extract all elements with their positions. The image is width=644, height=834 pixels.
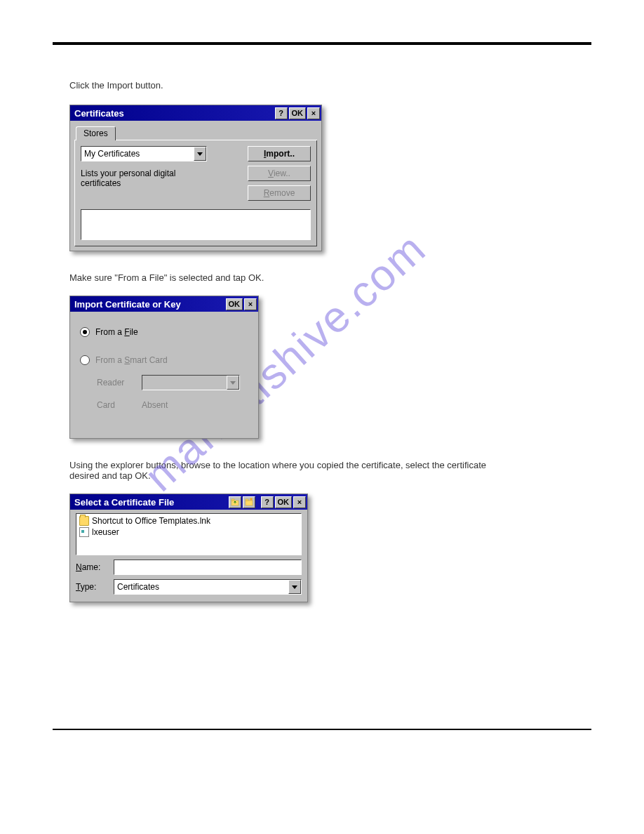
svg-rect-1 [232,499,234,501]
svg-rect-2 [246,501,253,505]
view-button[interactable]: View.. [248,166,311,181]
card-value: Absent [142,400,168,410]
type-row: Type: Certificates [76,579,302,595]
footer-rule [53,729,591,730]
close-button[interactable]: × [307,107,320,119]
folder-shortcut-icon [79,516,89,526]
radio-label: From a File [95,327,138,337]
ok-button[interactable]: OK [275,496,293,508]
name-input[interactable] [114,560,302,575]
titlebar[interactable]: Select a Certificate File ? OK × [70,494,307,510]
radio-from-file[interactable]: From a File [80,327,248,337]
close-button[interactable]: × [244,298,257,310]
card-label: Card [97,400,129,410]
name-row: Name: [76,560,302,575]
file-list[interactable]: Shortcut to Office Templates.lnk lxeuser [76,513,302,555]
tab-panel: My Certificates Lists your personal digi… [74,140,317,246]
radio-icon[interactable] [80,327,90,337]
file-icon [79,527,89,537]
instruction-3: Using the explorer buttons, browse to th… [69,460,518,481]
combo-selected: My Certificates [81,149,194,159]
remove-button[interactable]: Remove [248,185,311,201]
list-item[interactable]: Shortcut to Office Templates.lnk [79,515,298,527]
store-description: Lists your personal digital certificates [81,168,200,188]
import-dialog: Import Certificate or Key OK × From a Fi… [69,296,259,439]
radio-label: From a Smart Card [95,355,168,365]
folder-up-icon[interactable] [229,496,241,508]
header-rule [53,42,591,45]
radio-icon[interactable] [80,355,90,365]
chevron-down-icon [227,376,239,390]
select-file-dialog: Select a Certificate File ? OK × [69,494,308,602]
ok-button[interactable]: OK [226,298,243,310]
reader-label: Reader [97,378,129,388]
window-title: Certificates [74,108,274,119]
type-label: Type: [76,582,108,592]
titlebar[interactable]: Import Certificate or Key OK × [70,296,258,312]
file-name: Shortcut to Office Templates.lnk [92,516,210,526]
file-name: lxeuser [92,527,119,537]
combo-selected: Certificates [114,582,288,592]
import-button[interactable]: Import.. [248,146,311,161]
titlebar[interactable]: Certificates ? OK × [70,105,321,121]
reader-combo [142,375,240,390]
list-item[interactable]: lxeuser [79,527,298,538]
window-title: Import Certificate or Key [74,299,224,310]
instruction-2: Make sure "From a File" is selected and … [69,272,591,283]
tab-stores[interactable]: Stores [76,126,116,140]
ok-button[interactable]: OK [289,107,307,119]
svg-rect-3 [246,499,248,501]
certificate-list[interactable] [81,209,311,240]
close-button[interactable]: × [293,496,306,508]
certificates-dialog: Certificates ? OK × Stores My Certificat… [69,105,322,251]
intro-text: Click the Import button. [69,80,591,91]
tab-row: Stores [74,125,317,140]
help-button[interactable]: ? [261,496,274,508]
new-folder-icon[interactable] [243,496,255,508]
type-combo[interactable]: Certificates [114,579,302,595]
radio-from-smart-card[interactable]: From a Smart Card [80,355,248,365]
window-title: Select a Certificate File [74,497,227,508]
help-button[interactable]: ? [275,107,288,119]
chevron-down-icon[interactable] [194,147,206,161]
store-combo[interactable]: My Certificates [81,146,207,161]
chevron-down-icon[interactable] [288,580,301,594]
name-label: Name: [76,562,108,572]
